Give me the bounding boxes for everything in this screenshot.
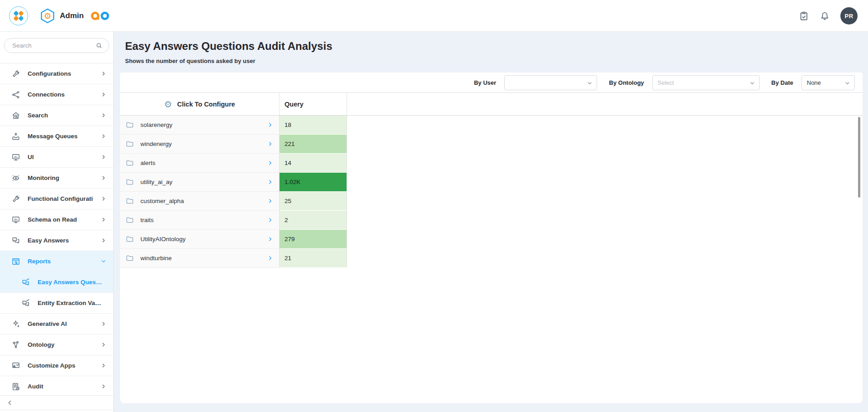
notifications-bell-icon[interactable] [820, 11, 830, 21]
ontology-name: solarenergy [140, 121, 261, 128]
reports-icon [11, 257, 20, 266]
table-row: windenergy 221 [120, 135, 863, 154]
chevron-right-icon [267, 179, 273, 185]
sidebar-item-reports[interactable]: Reports [0, 251, 113, 272]
sidebar-item-label: Easy Answers Ques… [38, 279, 106, 286]
folder-icon [125, 121, 134, 129]
chevron-right-icon [267, 198, 273, 204]
admin-label: Admin [60, 11, 84, 20]
eye-icon [11, 174, 20, 183]
chevron-right-icon [101, 321, 106, 327]
chevron-left-icon [6, 399, 13, 406]
sidebar-item-label: Easy Answers [28, 237, 93, 244]
wrench-icon [11, 69, 20, 78]
filter-by-ontology: By Ontology Select [609, 75, 759, 90]
sidebar-item-label: Connections [28, 91, 93, 98]
sidebar-item-label: Audit [28, 383, 93, 390]
home-search-icon [11, 111, 20, 120]
filter-by-date: By Date None [772, 75, 855, 90]
sidebar-item-schema-on-read[interactable]: Schema on Read [0, 209, 113, 230]
chevron-right-icon [101, 112, 106, 118]
sidebar-nav: Configurations Connections Search Messag… [0, 63, 113, 397]
sidebar-item-label: Search [28, 112, 93, 119]
chevron-right-icon [101, 154, 106, 160]
approval-clipboard-icon[interactable] [799, 11, 809, 21]
configure-header-label: Click To Configure [177, 101, 235, 108]
sidebar-item-entity-extraction-va[interactable]: Entity Extraction Va… [0, 293, 113, 314]
sidebar-item-message-queues[interactable]: Message Queues [0, 126, 113, 147]
sidebar-item-functional-configurati[interactable]: Functional Configurati… [0, 189, 113, 209]
page-subtitle: Shows the number of questions asked by u… [125, 58, 868, 64]
folder-icon [125, 216, 134, 224]
share-icon [11, 90, 20, 99]
sidebar-item-label: Configurations [28, 70, 93, 77]
sidebar-item-customize-apps[interactable]: Customize Apps [0, 355, 113, 376]
folder-icon [125, 235, 134, 243]
admin-hex-gear-icon: ⚙ [39, 8, 56, 24]
sidebar: Configurations Connections Search Messag… [0, 32, 114, 412]
sidebar-search [4, 38, 109, 53]
folder-icon [125, 197, 134, 205]
app-logo[interactable] [9, 6, 28, 25]
ontology-name-cell[interactable]: traits [120, 211, 280, 230]
by-user-select[interactable] [504, 75, 597, 90]
configure-header-cell[interactable]: ⚙ Click To Configure [120, 93, 280, 115]
sidebar-item-easy-answers[interactable]: Easy Answers [0, 230, 113, 251]
chevron-down-icon [749, 80, 755, 86]
by-user-label: By User [474, 79, 496, 86]
query-count-cell: 279 [280, 230, 347, 249]
ontology-name-cell[interactable]: utility_ai_ay [120, 173, 280, 192]
chevron-right-icon [101, 196, 106, 202]
sidebar-item-label: Monitoring [28, 174, 93, 181]
ontology-name-cell[interactable]: alerts [120, 154, 280, 173]
chevron-right-icon [101, 175, 106, 181]
sidebar-item-label: Generative AI [28, 320, 93, 327]
sidebar-collapse-button[interactable] [0, 395, 113, 410]
user-avatar[interactable]: PR [840, 7, 858, 24]
table-row: customer_alpha 25 [120, 192, 863, 211]
main-content: Easy Answers Questions Audit Analysis Sh… [114, 32, 868, 412]
brand-cluster: ⚙ Admin [9, 0, 111, 32]
chevron-right-icon [101, 217, 106, 223]
chevron-right-icon [101, 92, 106, 97]
chevron-right-icon [267, 160, 273, 166]
vertical-scrollbar[interactable] [858, 117, 860, 198]
table-row: utility_ai_ay 1.02K [120, 173, 863, 192]
table-header: ⚙ Click To Configure Query [120, 93, 863, 116]
sidebar-item-configurations[interactable]: Configurations [0, 63, 113, 84]
person-board-icon [11, 361, 20, 370]
chevron-right-icon [267, 122, 273, 128]
folder-icon [125, 159, 134, 167]
query-count-cell: 1.02K [280, 173, 347, 192]
ontology-name-cell[interactable]: windenergy [120, 135, 280, 154]
sidebar-item-connections[interactable]: Connections [0, 84, 113, 105]
chevron-right-icon [101, 133, 106, 139]
by-date-select[interactable]: None [801, 75, 855, 90]
monitor-icon [11, 153, 20, 162]
sidebar-item-monitoring[interactable]: Monitoring [0, 168, 113, 189]
sidebar-item-ui[interactable]: UI [0, 147, 113, 168]
ontology-name-cell[interactable]: customer_alpha [120, 192, 280, 211]
search-input[interactable] [4, 38, 109, 53]
sidebar-item-label: Customize Apps [28, 362, 93, 369]
ontology-name-cell[interactable]: UtilityAIOntology [120, 230, 280, 249]
folder-icon [125, 254, 134, 262]
chevron-right-icon [101, 363, 106, 368]
query-count-cell: 18 [280, 116, 347, 135]
ontology-name-cell[interactable]: solarenergy [120, 116, 280, 135]
table-row: windturbine 21 [120, 249, 863, 268]
sidebar-item-generative-ai[interactable]: Generative AI [0, 314, 113, 334]
sidebar-item-ontology[interactable]: Ontology [0, 334, 113, 355]
gear-icon: ⚙ [164, 99, 172, 110]
ontology-name: alerts [140, 160, 261, 166]
sidebar-item-label: Reports [28, 258, 93, 265]
sparkle-icon [11, 320, 20, 329]
by-ontology-select[interactable]: Select [652, 75, 760, 90]
ontology-name: utility_ai_ay [140, 179, 261, 185]
ontology-name: windturbine [140, 255, 261, 262]
sidebar-item-audit[interactable]: Audit [0, 376, 113, 397]
sidebar-item-easy-answers-ques[interactable]: Easy Answers Ques… [0, 272, 113, 293]
table-body: solarenergy 18 windenergy 221 alerts 14 … [120, 116, 863, 268]
ontology-name-cell[interactable]: windturbine [120, 249, 280, 268]
sidebar-item-search[interactable]: Search [0, 105, 113, 126]
